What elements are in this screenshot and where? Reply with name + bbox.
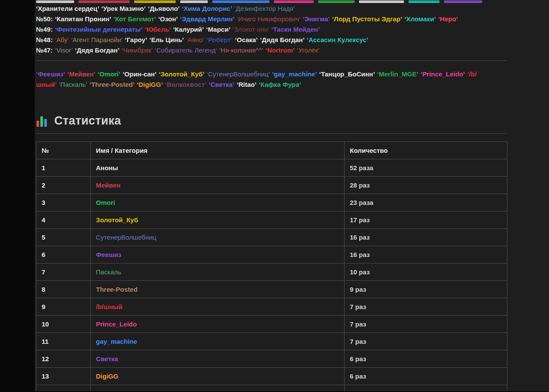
member-name: Ель Цинь xyxy=(149,36,184,43)
stats-table-body: 1Аноны52 раза2Мейвен28 раз3Omori23 раза4… xyxy=(36,159,507,392)
member-name: Дядя Богдан xyxy=(75,46,120,54)
row-name: Мейвен xyxy=(96,181,120,189)
mentions-paragraph: ФеешизМейвенOmoriОрин-санЗолотой_КубСуте… xyxy=(36,69,507,90)
member-name: Калурий xyxy=(173,26,204,33)
row-count: 16 раз xyxy=(345,246,507,264)
member-name: Хломаки xyxy=(404,15,436,23)
header-count: Количество xyxy=(345,142,507,159)
row-name-cell: Three-Posted xyxy=(91,281,345,298)
clipped-cell xyxy=(36,385,91,392)
row-number: 4 xyxy=(36,211,91,229)
table-header-row: № Имя / Категория Количество xyxy=(36,142,507,159)
table-row: 8Three-Posted9 раз xyxy=(36,281,507,298)
row-name-cell: Мейвен xyxy=(91,177,345,194)
table-row: 3Omori23 раза xyxy=(36,194,507,211)
row-name: /b/шный xyxy=(96,303,122,310)
member-name: Ritao xyxy=(237,81,256,88)
member-name: СутенерВолшебниц xyxy=(207,70,270,78)
row-name-cell: Аноны xyxy=(91,159,345,177)
member-name: Omori xyxy=(98,70,121,78)
row-number: 3 xyxy=(36,194,91,211)
member-name: Visor xyxy=(55,46,72,54)
member-name: Урек Мазино xyxy=(101,5,145,12)
member-name: Феешиз xyxy=(36,70,65,78)
member-name: Мейвен xyxy=(67,70,95,78)
row-count: 10 раз xyxy=(345,264,507,281)
row-count: 7 раз xyxy=(345,298,507,316)
row-number: 12 xyxy=(36,350,91,368)
clipped-text-fragment xyxy=(408,0,440,3)
row-count: 9 раз xyxy=(345,281,507,298)
winner-list-line: №50:Капитан ПронинКот БегемотОзонЭдвард … xyxy=(36,14,507,24)
member-name: Кафка Фура xyxy=(259,81,301,88)
member-name: Аяно xyxy=(186,36,204,43)
row-name: Omori xyxy=(96,199,115,206)
clipped-top-line xyxy=(36,0,507,3)
clipped-text-fragment xyxy=(359,0,404,3)
row-count: 17 раз xyxy=(345,211,507,229)
row-name-cell: Светка xyxy=(91,350,345,368)
table-row: 5СутенерВолшебниц16 раз xyxy=(36,229,507,246)
member-name: Merlin_MGE xyxy=(377,70,418,78)
row-name-cell: Золотой_Куб xyxy=(91,211,345,229)
content-column: Хранители сердецУрек МазиноДьяволоХима Д… xyxy=(35,0,507,391)
member-name: Фентезийные дегенераты xyxy=(55,26,142,33)
row-name-cell: Паскаль xyxy=(91,264,345,281)
member-name: Агент Паранойи xyxy=(71,36,123,43)
winner-list-line: №47:VisorДядя БогданЧикибрякСобиратель Л… xyxy=(36,45,507,56)
row-number: 13 xyxy=(36,368,91,385)
member-name: Паскаль xyxy=(59,81,87,88)
row-number: 1 xyxy=(36,159,91,177)
row-name: Светка xyxy=(96,355,118,362)
stats-title: Статистика xyxy=(54,114,121,128)
member-name: Ассасин Кулексус xyxy=(307,36,368,43)
table-row: 6Феешиз16 раз xyxy=(36,246,507,264)
clipped-text-fragment xyxy=(274,0,314,3)
row-count: 7 раз xyxy=(345,316,507,333)
member-name: Ичиго Никифорович xyxy=(237,15,300,23)
row-count: 28 раз xyxy=(345,177,507,194)
clipped-text-fragment xyxy=(79,0,130,3)
row-name: Prince_Leido xyxy=(96,320,137,328)
member-name: Дядя Богдан xyxy=(260,36,305,43)
member-name: Осака xyxy=(235,36,258,43)
row-number: 7 xyxy=(36,264,91,281)
member-name: Дезинфектор Надя xyxy=(234,5,295,12)
clipped-text-fragment xyxy=(134,0,176,3)
list-number-label: №49: xyxy=(36,26,53,33)
member-name: Ня-колония^^ xyxy=(219,46,263,54)
row-name: DigiGG xyxy=(96,372,118,380)
table-row: 10Prince_Leido7 раз xyxy=(36,316,507,333)
clipped-text-fragment xyxy=(180,0,208,3)
header-number: № xyxy=(36,142,91,159)
clipped-text-fragment xyxy=(36,0,74,3)
member-name: Капитан Пронин xyxy=(55,15,111,23)
member-name: DigiGG xyxy=(137,81,163,88)
member-name: Дьяволо xyxy=(148,5,180,12)
clipped-cell xyxy=(91,385,345,392)
member-name: Хима Долорис xyxy=(182,5,232,12)
bar-chart-icon-bar xyxy=(40,116,43,127)
row-name: Three-Posted xyxy=(96,286,138,293)
winner-list-line: Хранители сердецУрек МазиноДьяволоХима Д… xyxy=(36,3,507,14)
row-number: 2 xyxy=(36,177,91,194)
row-name: СутенерВолшебниц xyxy=(96,234,156,241)
member-name: Юбель xyxy=(145,26,171,33)
row-name: Золотой_Куб xyxy=(96,216,138,224)
list-number-label: №47: xyxy=(36,46,53,54)
row-name-cell: gay_machine xyxy=(91,333,345,350)
row-name: Феешиз xyxy=(96,251,122,258)
page: Хранители сердецУрек МазиноДьяволоХима Д… xyxy=(35,0,549,391)
member-name: Марси xyxy=(206,26,230,33)
row-number: 11 xyxy=(36,333,91,350)
member-name: Неро xyxy=(438,15,458,23)
clipped-cell xyxy=(345,385,507,392)
row-name-cell: Omori xyxy=(91,194,345,211)
member-name: Лорд Пустоты Эдгар xyxy=(332,15,402,23)
table-row-clipped xyxy=(36,385,507,392)
row-count: 23 раза xyxy=(345,194,507,211)
winners-lists: Хранители сердецУрек МазиноДьяволоХима Д… xyxy=(36,3,507,56)
winner-list-line: №49:Фентезийные дегенератыЮбельКалурийМа… xyxy=(36,24,507,35)
table-row: 4Золотой_Куб17 раз xyxy=(36,211,507,229)
row-name-cell: Prince_Leido xyxy=(91,316,345,333)
